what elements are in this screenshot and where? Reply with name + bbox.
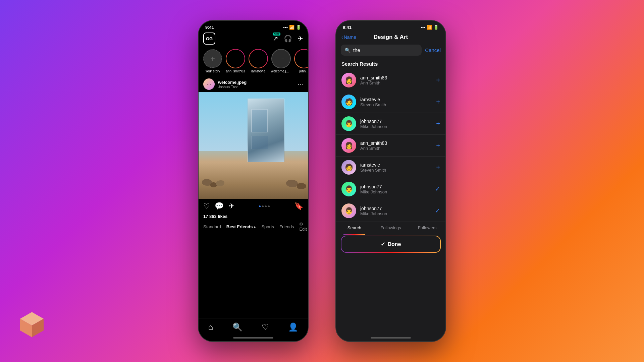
search-icon: 🔍 [345, 48, 351, 53]
story-your[interactable]: + Your story [203, 49, 222, 73]
result-username-5: iamstevie [360, 162, 432, 168]
tab-followings[interactable]: Followings [373, 225, 409, 232]
result-name-2: Steven Smith [360, 102, 432, 107]
result-info-2: iamstevie Steven Smith [360, 97, 432, 107]
result-name-5: Steven Smith [360, 168, 432, 173]
home-indicator-right [371, 337, 411, 339]
result-info-3: johnson77 Mike Johnson [360, 119, 432, 129]
done-button[interactable]: ✓ Done [341, 236, 440, 252]
story-john[interactable]: 👤 john... [294, 49, 308, 73]
result-item-2[interactable]: 🧑 iamstevie Steven Smith + [336, 91, 445, 113]
result-username-3: johnson77 [360, 119, 432, 124]
john-story-label: john... [299, 69, 308, 73]
post-user-info: welcome.jpeg Joshua Tree [218, 80, 294, 89]
cancel-button[interactable]: Cancel [425, 47, 441, 53]
result-username-1: ann_smith83 [360, 75, 432, 80]
tab-friends[interactable]: Friends [279, 224, 294, 229]
result-username-4: ann_smith83 [360, 140, 432, 146]
result-info-6: johnson77 Mike Johnson [360, 184, 431, 194]
chevron-left-icon: ‹ [341, 35, 343, 40]
add-button-4[interactable]: + [436, 142, 440, 149]
bookmark-icon[interactable]: 🔖 [294, 202, 303, 210]
done-button-wrapper: ✓ Done [341, 236, 441, 253]
search-results-label: Search Results [336, 60, 445, 69]
search-input[interactable] [353, 47, 418, 53]
bottom-tabs: Search Followings Followers [336, 222, 445, 233]
post-image [199, 92, 308, 199]
done-label: Done [388, 241, 401, 247]
like-icon[interactable]: ♡ [203, 202, 210, 210]
dot-3 [265, 205, 267, 207]
share-icon[interactable]: NEW ↗ [273, 35, 278, 43]
headphone-icon[interactable]: 🎧 [284, 35, 292, 43]
signal-icon: ▪▪▪ [283, 25, 288, 30]
feed-header: OG NEW ↗ 🎧 ✈ [199, 31, 308, 47]
dot-4 [268, 205, 270, 207]
post-username: welcome.jpeg [218, 80, 294, 85]
iamstevie-story-label: iamstevie [251, 69, 265, 73]
battery-right-icon: 🔋 [433, 25, 439, 30]
nav-search[interactable]: 🔍 [232, 322, 243, 332]
comment-icon[interactable]: 💬 [215, 202, 224, 210]
right-header: ‹ Name Design & Art [336, 31, 445, 45]
share-post-icon[interactable]: ✈ [228, 202, 234, 210]
result-username-7: johnson77 [360, 206, 431, 211]
search-container: 🔍 Cancel [336, 45, 445, 60]
result-item-3[interactable]: 👨 johnson77 Mike Johnson + [336, 113, 445, 135]
result-avatar-7: 👨 [341, 203, 356, 218]
tab-edit[interactable]: ⚙ Edit [299, 222, 307, 232]
result-item-7[interactable]: 👨 johnson77 Mike Johnson ✓ [336, 200, 445, 222]
check-button-6[interactable]: ✓ [435, 185, 440, 193]
story-ann[interactable]: 👩 ann_smith83 [226, 49, 245, 73]
tab-standard[interactable]: Standard [203, 224, 221, 229]
feed-header-icons: NEW ↗ 🎧 ✈ [273, 35, 303, 43]
your-story-avatar: + [203, 49, 222, 68]
tab-best-friends[interactable]: Best Friends [226, 224, 256, 229]
time-right: 9:41 [343, 25, 352, 30]
status-bar-left: 9:41 ▪▪▪ 📶 🔋 [199, 21, 308, 31]
tab-search[interactable]: Search [336, 225, 373, 232]
wifi-icon: 📶 [289, 25, 294, 30]
add-button-5[interactable]: + [436, 164, 440, 171]
result-avatar-6: 👨 [341, 182, 356, 196]
tab-followers[interactable]: Followers [409, 225, 445, 232]
nav-home[interactable]: ⌂ [208, 322, 213, 332]
filter-tabs: Standard Best Friends Sports Friends ⚙ E… [199, 220, 308, 234]
result-name-1: Ann Smith [360, 80, 432, 85]
signal-right-icon: ▪▪▪ [421, 25, 425, 30]
dot-1 [259, 205, 261, 207]
result-item-5[interactable]: 🧑 iamstevie Steven Smith + [336, 157, 445, 178]
story-welcome[interactable]: ··· welcome.jpeg [272, 49, 290, 73]
result-item-1[interactable]: 👩 ann_smith83 Ann Smith + [336, 69, 445, 91]
send-icon[interactable]: ✈ [298, 35, 303, 43]
dot-2 [262, 205, 264, 207]
left-phone: 9:41 ▪▪▪ 📶 🔋 OG NEW ↗ 🎧 ✈ + [198, 20, 309, 342]
post-user-avatar: ··· [203, 78, 215, 90]
new-badge: NEW [273, 33, 280, 36]
app-logo: OG [203, 33, 215, 45]
result-item-6[interactable]: 👨 johnson77 Mike Johnson ✓ [336, 178, 445, 200]
right-phone: 9:41 ▪▪▪ 📶 🔋 ‹ Name Design & Art 🔍 Cance… [335, 20, 446, 342]
battery-icon: 🔋 [296, 25, 301, 30]
result-info-7: johnson77 Mike Johnson [360, 206, 431, 216]
nav-profile[interactable]: 👤 [288, 322, 298, 332]
tab-sports[interactable]: Sports [261, 224, 274, 229]
result-info-5: iamstevie Steven Smith [360, 162, 432, 173]
nav-likes[interactable]: ♡ [262, 322, 269, 332]
result-name-6: Mike Johnson [360, 189, 431, 194]
page-title: Design & Art [374, 34, 408, 41]
search-input-wrap: 🔍 [341, 45, 422, 56]
check-button-7[interactable]: ✓ [435, 207, 440, 215]
result-name-7: Mike Johnson [360, 211, 431, 216]
status-icons-left: ▪▪▪ 📶 🔋 [283, 25, 301, 30]
post-more-button[interactable]: ··· [298, 80, 303, 88]
result-item-4[interactable]: 👩 ann_smith83 Ann Smith + [336, 135, 445, 157]
wifi-right-icon: 📶 [427, 25, 432, 30]
back-button[interactable]: ‹ Name [341, 35, 356, 40]
story-iamstevie[interactable]: 🧑 iamstevie [249, 49, 268, 73]
add-button-3[interactable]: + [436, 120, 440, 128]
add-button-1[interactable]: + [436, 76, 440, 84]
result-info-1: ann_smith83 Ann Smith [360, 75, 432, 85]
result-username-6: johnson77 [360, 184, 431, 189]
add-button-2[interactable]: + [436, 98, 440, 106]
